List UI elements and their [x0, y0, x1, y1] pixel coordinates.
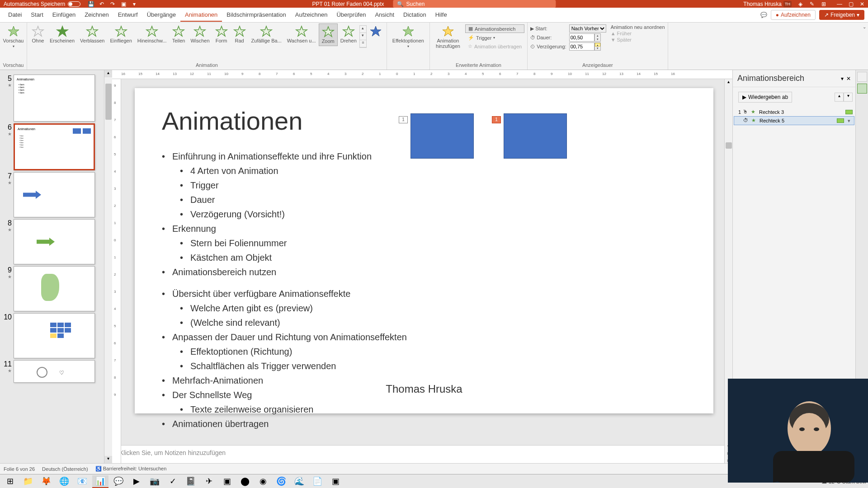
telegram-icon[interactable]: ✈: [201, 475, 217, 488]
share-button[interactable]: ↗Freigeben▾: [819, 10, 864, 20]
animation-pane-button[interactable]: ▦Animationsbereich: [465, 24, 524, 33]
slide-author[interactable]: Thomas Hruska: [386, 383, 462, 395]
effect-wischen[interactable]: Wischen: [188, 23, 212, 45]
word-icon[interactable]: 📄: [309, 475, 326, 488]
menu-überprüfen[interactable]: Überprüfen: [332, 9, 370, 22]
undo-icon[interactable]: ↶: [99, 1, 105, 7]
slide-thumbnail-7[interactable]: [14, 172, 95, 217]
rectangle-3[interactable]: [410, 113, 474, 159]
anim-item-1[interactable]: ⏱★Rechteck 5▾: [734, 116, 854, 125]
autosave-toggle[interactable]: [68, 1, 80, 7]
outlook-icon[interactable]: 📧: [74, 475, 90, 488]
preview-button[interactable]: Vorschau ▾: [2, 23, 25, 50]
effect-teilen[interactable]: Teilen: [170, 23, 188, 45]
trigger-button[interactable]: ⚡Trigger▾: [465, 34, 524, 42]
app-icon[interactable]: 💬: [110, 475, 127, 488]
menu-animationen[interactable]: Animationen: [180, 9, 222, 22]
effect-extra[interactable]: [367, 23, 385, 39]
menu-start[interactable]: Start: [26, 9, 47, 22]
effect-hineinschw[interactable]: Hineinschw...: [135, 23, 170, 45]
chrome-icon[interactable]: 🌐: [56, 475, 72, 488]
menu-zeichnen[interactable]: Zeichnen: [80, 9, 113, 22]
record-button[interactable]: ●Aufzeichnen: [771, 10, 816, 20]
present-icon[interactable]: ▣: [120, 1, 127, 7]
notes-pane[interactable]: Klicken Sie, um Notizen hinzuzufügen: [112, 445, 732, 463]
thumbnails-scrollbar[interactable]: ▴▾: [104, 70, 112, 463]
effect-einfliegen[interactable]: Einfliegen: [107, 23, 134, 45]
slide-canvas[interactable]: Animationen Einführung in Animationseffe…: [135, 88, 713, 413]
user-account[interactable]: Thomas Hruska TH: [743, 1, 792, 7]
app-icon-2[interactable]: 📷: [146, 475, 163, 488]
save-icon[interactable]: 💾: [88, 1, 94, 7]
slide-counter[interactable]: Folie 6 von 26: [4, 466, 35, 472]
delay-input[interactable]: [569, 42, 594, 51]
gallery-more[interactable]: ▴▾≡: [359, 25, 367, 48]
slide-thumbnail-9[interactable]: [14, 266, 95, 311]
pane-options-icon[interactable]: ▾: [841, 75, 844, 82]
edge-icon[interactable]: 🌊: [291, 475, 307, 488]
menu-ansicht[interactable]: Ansicht: [370, 9, 399, 22]
firefox-icon[interactable]: 🦊: [38, 475, 54, 488]
animation-tag-2[interactable]: 1: [492, 116, 501, 123]
effect-drehen[interactable]: Drehen: [338, 23, 359, 45]
onenote-icon[interactable]: 📓: [183, 475, 199, 488]
start-button[interactable]: ⊞: [2, 475, 18, 488]
menu-übergänge[interactable]: Übergänge: [142, 9, 180, 22]
window-icon[interactable]: ⊞: [821, 1, 827, 7]
menu-datei[interactable]: Datei: [4, 9, 26, 22]
search-input[interactable]: 🔍 Suchen: [393, 0, 556, 8]
diamond-icon[interactable]: ◈: [797, 1, 803, 7]
animation-tag-1[interactable]: 1: [399, 116, 408, 123]
menu-entwurf[interactable]: Entwurf: [113, 9, 142, 22]
menu-aufzeichnen[interactable]: Aufzeichnen: [291, 9, 332, 22]
effect-rad[interactable]: Rad: [231, 23, 249, 45]
redo-icon[interactable]: ↷: [109, 1, 116, 7]
pane-close-icon[interactable]: ✕: [846, 75, 851, 82]
language-indicator[interactable]: Deutsch (Österreich): [42, 466, 88, 472]
slide-thumbnail-8[interactable]: [14, 219, 95, 264]
app-icon-5[interactable]: ▣: [327, 475, 344, 488]
slide-thumbnail-5[interactable]: Animationen • item• item• item• item: [14, 75, 95, 122]
effect-form[interactable]: Form: [212, 23, 231, 45]
menu-bildschirmpräsentation[interactable]: Bildschirmpräsentation: [222, 9, 291, 22]
minimize-icon[interactable]: —: [837, 1, 842, 7]
start-select[interactable]: Nach Vorher...: [569, 24, 606, 33]
effect-zoom[interactable]: Zoom: [319, 23, 338, 46]
file-name[interactable]: PPT 01 Roter Faden 004.pptx: [312, 1, 384, 7]
effect-wachsenu[interactable]: Wachsen u...: [284, 23, 319, 45]
powerpoint-icon[interactable]: 📊: [92, 475, 108, 488]
effect-ohne[interactable]: Ohne: [29, 23, 47, 45]
close-icon[interactable]: ✕: [860, 1, 864, 7]
maximize-icon[interactable]: ▢: [849, 1, 854, 7]
menu-dictation[interactable]: Dictation: [399, 9, 431, 22]
pane-tab-1[interactable]: [857, 72, 867, 82]
delay-spinner[interactable]: ▴▾: [594, 42, 601, 51]
vlc-icon[interactable]: ▶: [128, 475, 145, 488]
app-icon-3[interactable]: ▣: [219, 475, 235, 488]
explorer-icon[interactable]: 📁: [20, 475, 36, 488]
duration-input[interactable]: [569, 33, 594, 42]
effect-options-button[interactable]: Effektoptionen ▾: [389, 23, 428, 50]
qat-more-icon[interactable]: ▾: [131, 1, 137, 7]
menu-einfügen[interactable]: Einfügen: [48, 9, 80, 22]
rec-icon[interactable]: ◉: [255, 475, 271, 488]
move-up-button[interactable]: ▴: [835, 93, 844, 102]
effect-verblassen[interactable]: Verblassen: [77, 23, 107, 45]
effect-zuflligeba[interactable]: Zufällige Ba...: [249, 23, 284, 45]
anim-item-0[interactable]: 1🖱★Rechteck 3: [734, 108, 854, 116]
slide-thumbnail-11[interactable]: ♡: [14, 360, 95, 383]
duration-spinner[interactable]: ▴▾: [594, 33, 601, 42]
app-icon-4[interactable]: 🌀: [273, 475, 289, 488]
rectangle-5[interactable]: [504, 113, 567, 159]
draw-icon[interactable]: ✎: [809, 1, 815, 7]
move-down-button[interactable]: ▾: [844, 93, 853, 102]
play-from-button[interactable]: ▶Wiedergeben ab: [738, 92, 792, 103]
slide-thumbnail-10[interactable]: [14, 313, 95, 358]
accessibility-checker[interactable]: ♿ Barrierefreiheit: Untersuchen: [95, 466, 167, 472]
effect-erscheinen[interactable]: Erscheinen: [47, 23, 77, 45]
todoist-icon[interactable]: ✓: [165, 475, 181, 488]
menu-hilfe[interactable]: Hilfe: [431, 9, 452, 22]
obs-icon[interactable]: ⬤: [237, 475, 253, 488]
slide-thumbnail-6[interactable]: Animationen • line• line• line• line• li…: [14, 123, 95, 170]
pane-tab-2[interactable]: [857, 84, 867, 94]
